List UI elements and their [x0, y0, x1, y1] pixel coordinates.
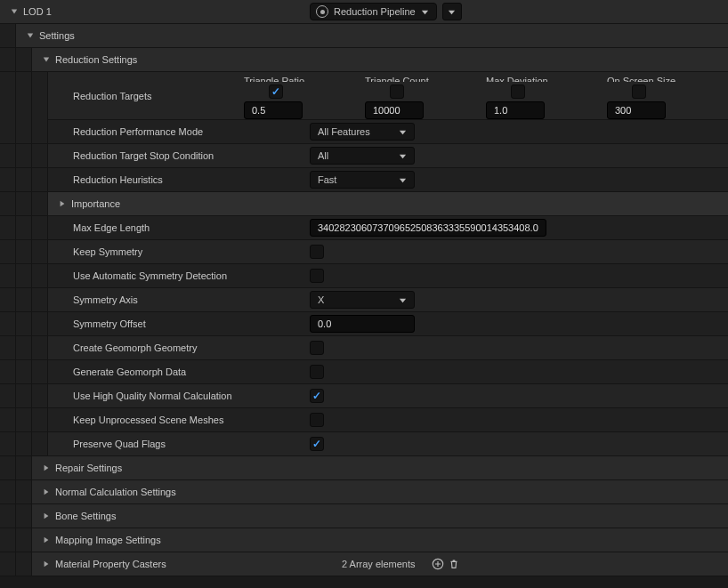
row-symmetry-axis: Symmetry Axis X [0, 288, 728, 312]
section-label: Settings [39, 30, 75, 41]
expand-arrow-icon[interactable] [41, 511, 52, 521]
property-label: Importance [71, 198, 120, 209]
row-reduction-targets: Reduction Targets Triangle Ratio 0.5 Tri… [0, 72, 728, 120]
row-hq-normal: Use High Quality Normal Calculation [0, 384, 728, 408]
row-performance-mode: Reduction Performance Mode All Features [0, 120, 728, 144]
row-importance[interactable]: Importance [0, 192, 728, 216]
lod-title: LOD 1 [23, 6, 52, 17]
section-reduction-settings[interactable]: Reduction Settings [0, 48, 728, 72]
triangle-ratio-checkbox[interactable] [269, 85, 283, 99]
section-label: Material Property Casters [55, 559, 166, 569]
property-label: Generate Geomorph Data [73, 366, 186, 377]
symmetry-axis-dropdown[interactable]: X [310, 291, 415, 309]
row-auto-symmetry: Use Automatic Symmetry Detection [0, 264, 728, 288]
on-screen-size-checkbox[interactable] [632, 85, 646, 99]
row-stop-condition: Reduction Target Stop Condition All [0, 144, 728, 168]
stop-condition-dropdown[interactable]: All [310, 147, 415, 165]
row-symmetry-offset: Symmetry Offset 0.0 [0, 312, 728, 336]
target-max-deviation: Max Deviation 1.0 [486, 76, 607, 119]
row-preserve-quad: Preserve Quad Flags [0, 432, 728, 456]
hq-normal-checkbox[interactable] [310, 389, 324, 403]
add-element-icon[interactable] [430, 556, 446, 572]
property-label: Reduction Performance Mode [73, 126, 203, 137]
property-label: Use High Quality Normal Calculation [73, 391, 232, 401]
array-count: 2 Array elements [342, 559, 416, 569]
property-label: Preserve Quad Flags [73, 439, 166, 449]
pipeline-label: Reduction Pipeline [334, 6, 416, 17]
row-max-edge-length: Max Edge Length 340282306073709652508363… [0, 216, 728, 240]
symmetry-offset-input[interactable]: 0.0 [310, 315, 415, 333]
on-screen-size-input[interactable]: 300 [607, 101, 666, 119]
property-label: Symmetry Axis [73, 294, 138, 305]
heuristics-dropdown[interactable]: Fast [310, 171, 415, 189]
section-repair-settings[interactable]: Repair Settings [0, 456, 728, 480]
expand-arrow-icon[interactable] [57, 198, 68, 209]
triangle-count-input[interactable]: 10000 [365, 101, 424, 119]
expand-arrow-icon[interactable] [9, 6, 20, 17]
max-deviation-checkbox[interactable] [511, 85, 525, 99]
keep-unprocessed-checkbox[interactable] [310, 413, 324, 427]
property-label: Reduction Heuristics [73, 174, 163, 185]
property-label: Use Automatic Symmetry Detection [73, 270, 227, 281]
row-keep-unprocessed: Keep Unprocessed Scene Meshes [0, 408, 728, 432]
section-label: Mapping Image Settings [55, 535, 161, 545]
property-label: Reduction Target Stop Condition [73, 150, 214, 161]
max-deviation-input[interactable]: 1.0 [486, 101, 545, 119]
row-create-geomorph: Create Geomorph Geometry [0, 336, 728, 360]
target-on-screen-size: On Screen Size 300 [607, 76, 728, 119]
property-label: Keep Symmetry [73, 246, 142, 257]
section-label: Repair Settings [55, 463, 122, 473]
pipeline-icon [316, 5, 328, 18]
row-heuristics: Reduction Heuristics Fast [0, 168, 728, 192]
section-label: Normal Calculation Settings [55, 487, 176, 497]
row-gutter [0, 24, 16, 47]
pipeline-extra-button[interactable] [442, 3, 462, 20]
row-keep-symmetry: Keep Symmetry [0, 240, 728, 264]
pipeline-selector[interactable]: Reduction Pipeline [310, 3, 437, 20]
section-settings[interactable]: Settings [0, 24, 728, 48]
triangle-count-checkbox[interactable] [390, 85, 404, 99]
keep-symmetry-checkbox[interactable] [310, 245, 324, 259]
property-label: Symmetry Offset [73, 318, 146, 329]
create-geomorph-checkbox[interactable] [310, 341, 324, 355]
section-mapping-image[interactable]: Mapping Image Settings [0, 528, 728, 552]
expand-arrow-icon[interactable] [41, 54, 52, 65]
section-material-casters[interactable]: Material Property Casters 2 Array elemen… [0, 552, 728, 576]
max-edge-length-input[interactable]: 340282306073709652508363335590014353408.… [310, 219, 546, 237]
expand-arrow-icon[interactable] [41, 535, 52, 545]
expand-arrow-icon[interactable] [41, 559, 52, 569]
target-triangle-count: Triangle Count 10000 [365, 76, 486, 119]
section-bone-settings[interactable]: Bone Settings [0, 504, 728, 528]
lod-header: LOD 1 Reduction Pipeline [0, 0, 728, 24]
preserve-quad-checkbox[interactable] [310, 437, 324, 451]
property-label: Reduction Targets [73, 91, 151, 101]
property-label: Keep Unprocessed Scene Meshes [73, 415, 223, 425]
performance-mode-dropdown[interactable]: All Features [310, 123, 415, 141]
row-generate-geomorph: Generate Geomorph Data [0, 360, 728, 384]
auto-symmetry-checkbox[interactable] [310, 269, 324, 283]
section-label: Reduction Settings [55, 54, 137, 65]
delete-element-icon[interactable] [446, 556, 462, 572]
target-triangle-ratio: Triangle Ratio 0.5 [244, 76, 365, 119]
section-normal-calc[interactable]: Normal Calculation Settings [0, 480, 728, 504]
generate-geomorph-checkbox[interactable] [310, 365, 324, 379]
triangle-ratio-input[interactable]: 0.5 [244, 101, 303, 119]
property-label: Max Edge Length [73, 222, 150, 233]
expand-arrow-icon[interactable] [41, 463, 52, 473]
expand-arrow-icon[interactable] [41, 487, 52, 497]
property-label: Create Geomorph Geometry [73, 342, 197, 353]
section-label: Bone Settings [55, 511, 117, 521]
expand-arrow-icon[interactable] [25, 30, 36, 41]
